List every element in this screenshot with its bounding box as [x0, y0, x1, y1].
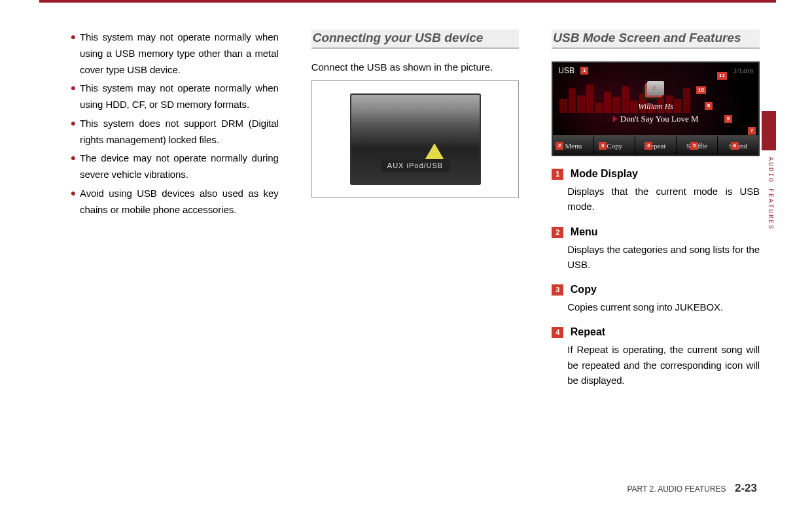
warning-bullets: This system may not operate normally whe… — [71, 29, 279, 218]
feature-label: Mode Display — [571, 168, 638, 179]
song-title: Don't Say You Love M — [613, 114, 699, 124]
feature-num: 3 — [552, 284, 563, 296]
feature-num: 4 — [552, 327, 563, 338]
callout-4: 4 — [644, 142, 652, 150]
column-3: USB Mode Screen and Features USB 2/1406 … — [552, 29, 760, 469]
aux-panel: AUX iPod/USB — [350, 93, 481, 185]
column-2: Connecting your USB device Connect the U… — [311, 29, 520, 469]
feature-desc: Displays the categories and song lists f… — [567, 242, 760, 273]
feature-num: 1 — [552, 169, 563, 180]
album-icon — [647, 81, 664, 95]
bullet-item: Avoid using USB devices also used as key… — [71, 186, 279, 218]
screen-bottom-bar: Menu Copy Repeat Shuffle Sound — [553, 135, 758, 155]
aux-label: AUX iPod/USB — [381, 159, 450, 172]
bullet-item: This system may not operate normally whe… — [71, 80, 279, 113]
screen-btn-repeat[interactable]: Repeat — [635, 136, 677, 155]
play-icon — [613, 116, 618, 122]
arrow-up-icon — [425, 143, 444, 159]
callout-7: 7 — [748, 127, 756, 135]
connect-caption: Connect the USB as shown in the picture. — [311, 61, 520, 73]
artist-name: William Hs — [638, 102, 673, 112]
callout-11: 11 — [717, 72, 727, 80]
feature-item: 1 Mode Display Displays that the current… — [552, 168, 760, 214]
usb-photo-frame: AUX iPod/USB — [311, 80, 520, 198]
feature-desc: If Repeat is operating, the current song… — [567, 342, 760, 388]
footer-part: PART 2. AUDIO FEATURES — [627, 484, 726, 494]
section-title-usbmode: USB Mode Screen and Features — [552, 29, 760, 48]
bullet-item: The device may not operate normally duri… — [71, 150, 279, 183]
bullet-item: This system does not support DRM (Digita… — [71, 116, 279, 148]
feature-desc: Copies current song into JUKEBOX. — [567, 299, 760, 314]
usb-mode-screen: USB 2/1406 William Hs Don't Say You Love… — [552, 61, 760, 156]
mode-label: USB — [558, 66, 574, 75]
callout-2: 2 — [556, 142, 563, 150]
feature-desc: Displays that the current mode is USB mo… — [567, 184, 760, 214]
page-content: This system may not operate normally whe… — [71, 29, 760, 469]
feature-list: 1 Mode Display Displays that the current… — [552, 168, 760, 388]
callout-1: 1 — [580, 67, 588, 75]
callout-5: 5 — [690, 142, 698, 150]
feature-label: Copy — [571, 284, 597, 295]
feature-label: Menu — [571, 226, 598, 237]
feature-item: 3 Copy Copies current song into JUKEBOX. — [552, 284, 760, 314]
top-red-bar — [39, 0, 776, 3]
callout-8: 8 — [705, 102, 713, 110]
track-counter: 2/1406 — [733, 67, 753, 75]
section-title-connect: Connecting your USB device — [311, 29, 520, 48]
bullet-item: This system may not operate normally whe… — [71, 29, 279, 78]
footer-page: 2-23 — [735, 482, 757, 494]
side-label: AUDIO FEATURES — [767, 157, 774, 230]
page-footer: PART 2. AUDIO FEATURES 2-23 — [627, 482, 757, 495]
feature-label: Repeat — [571, 326, 605, 337]
callout-3: 3 — [599, 142, 607, 150]
feature-num: 2 — [552, 227, 563, 238]
callout-10: 10 — [696, 86, 706, 94]
column-1: This system may not operate normally whe… — [71, 29, 279, 469]
callout-6: 6 — [731, 142, 739, 150]
feature-item: 2 Menu Displays the categories and song … — [552, 226, 760, 273]
song-title-text: Don't Say You Love M — [620, 114, 699, 124]
side-tab — [762, 111, 776, 150]
callout-9: 9 — [724, 115, 732, 123]
feature-item: 4 Repeat If Repeat is operating, the cur… — [552, 326, 760, 388]
